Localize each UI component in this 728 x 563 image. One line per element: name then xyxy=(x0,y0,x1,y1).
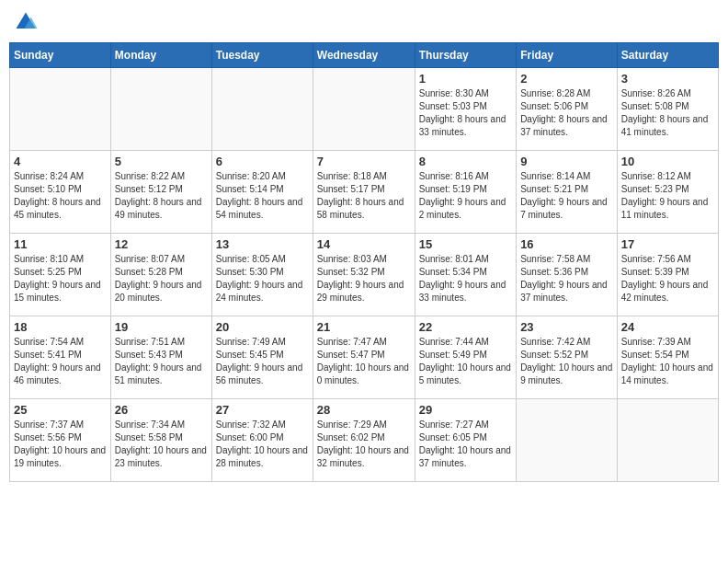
day-number: 26 xyxy=(115,403,208,417)
calendar-table: SundayMondayTuesdayWednesdayThursdayFrid… xyxy=(9,42,719,482)
day-number: 28 xyxy=(317,403,411,417)
calendar-cell: 27Sunrise: 7:32 AMSunset: 6:00 PMDayligh… xyxy=(211,399,313,482)
day-number: 10 xyxy=(621,155,714,168)
day-number: 3 xyxy=(621,72,714,86)
calendar-cell: 19Sunrise: 7:51 AMSunset: 5:43 PMDayligh… xyxy=(110,316,211,399)
day-info: Sunrise: 8:12 AMSunset: 5:23 PMDaylight:… xyxy=(621,170,714,222)
day-info: Sunrise: 7:39 AMSunset: 5:54 PMDaylight:… xyxy=(621,336,714,387)
calendar-week-row: 1Sunrise: 8:30 AMSunset: 5:03 PMDaylight… xyxy=(10,68,719,151)
calendar-cell: 28Sunrise: 7:29 AMSunset: 6:02 PMDayligh… xyxy=(313,399,415,482)
calendar-week-row: 25Sunrise: 7:37 AMSunset: 5:56 PMDayligh… xyxy=(10,399,719,482)
day-number: 5 xyxy=(115,155,208,168)
calendar-cell xyxy=(10,68,111,151)
weekday-header-wednesday: Wednesday xyxy=(313,43,415,68)
day-info: Sunrise: 7:51 AMSunset: 5:43 PMDaylight:… xyxy=(115,336,208,387)
day-number: 12 xyxy=(115,237,208,251)
day-info: Sunrise: 7:32 AMSunset: 6:00 PMDaylight:… xyxy=(216,419,309,470)
day-number: 25 xyxy=(14,403,107,417)
day-info: Sunrise: 8:10 AMSunset: 5:25 PMDaylight:… xyxy=(14,253,107,304)
calendar-cell xyxy=(211,68,313,151)
calendar-cell: 16Sunrise: 7:58 AMSunset: 5:36 PMDayligh… xyxy=(517,234,618,316)
day-number: 1 xyxy=(419,72,512,86)
day-number: 17 xyxy=(621,237,714,251)
calendar-cell: 15Sunrise: 8:01 AMSunset: 5:34 PMDayligh… xyxy=(415,234,516,316)
day-number: 16 xyxy=(520,237,613,251)
calendar-cell: 14Sunrise: 8:03 AMSunset: 5:32 PMDayligh… xyxy=(313,234,415,316)
day-number: 20 xyxy=(216,320,309,334)
calendar-cell: 26Sunrise: 7:34 AMSunset: 5:58 PMDayligh… xyxy=(110,399,211,482)
day-info: Sunrise: 8:28 AMSunset: 5:06 PMDaylight:… xyxy=(520,87,613,139)
day-info: Sunrise: 8:05 AMSunset: 5:30 PMDaylight:… xyxy=(216,253,309,304)
calendar-cell xyxy=(617,399,718,482)
day-info: Sunrise: 7:54 AMSunset: 5:41 PMDaylight:… xyxy=(14,336,107,387)
weekday-header-thursday: Thursday xyxy=(415,43,516,68)
day-info: Sunrise: 7:47 AMSunset: 5:47 PMDaylight:… xyxy=(317,336,411,387)
day-info: Sunrise: 8:22 AMSunset: 5:12 PMDaylight:… xyxy=(115,170,208,222)
day-number: 18 xyxy=(14,320,107,334)
weekday-header-saturday: Saturday xyxy=(617,43,718,68)
logo xyxy=(13,9,42,35)
day-info: Sunrise: 7:27 AMSunset: 6:05 PMDaylight:… xyxy=(419,419,512,470)
day-number: 24 xyxy=(621,320,714,334)
calendar-cell: 10Sunrise: 8:12 AMSunset: 5:23 PMDayligh… xyxy=(617,151,718,234)
calendar-cell: 9Sunrise: 8:14 AMSunset: 5:21 PMDaylight… xyxy=(517,151,618,234)
calendar-cell xyxy=(517,399,618,482)
calendar-cell xyxy=(110,68,211,151)
day-info: Sunrise: 8:14 AMSunset: 5:21 PMDaylight:… xyxy=(520,170,613,222)
day-number: 6 xyxy=(216,155,309,168)
calendar-cell: 4Sunrise: 8:24 AMSunset: 5:10 PMDaylight… xyxy=(10,151,111,234)
calendar-cell: 25Sunrise: 7:37 AMSunset: 5:56 PMDayligh… xyxy=(10,399,111,482)
calendar-cell: 3Sunrise: 8:26 AMSunset: 5:08 PMDaylight… xyxy=(617,68,718,151)
day-number: 7 xyxy=(317,155,411,168)
day-number: 15 xyxy=(419,237,512,251)
day-info: Sunrise: 7:44 AMSunset: 5:49 PMDaylight:… xyxy=(419,336,512,387)
calendar-cell: 13Sunrise: 8:05 AMSunset: 5:30 PMDayligh… xyxy=(211,234,313,316)
day-number: 27 xyxy=(216,403,309,417)
day-info: Sunrise: 8:26 AMSunset: 5:08 PMDaylight:… xyxy=(621,87,714,139)
calendar-cell: 22Sunrise: 7:44 AMSunset: 5:49 PMDayligh… xyxy=(415,316,516,399)
weekday-header-tuesday: Tuesday xyxy=(211,43,313,68)
calendar-cell: 6Sunrise: 8:20 AMSunset: 5:14 PMDaylight… xyxy=(211,151,313,234)
calendar-cell: 1Sunrise: 8:30 AMSunset: 5:03 PMDaylight… xyxy=(415,68,516,151)
day-number: 4 xyxy=(14,155,107,168)
day-info: Sunrise: 8:07 AMSunset: 5:28 PMDaylight:… xyxy=(115,253,208,304)
day-info: Sunrise: 7:37 AMSunset: 5:56 PMDaylight:… xyxy=(14,419,107,470)
day-info: Sunrise: 8:20 AMSunset: 5:14 PMDaylight:… xyxy=(216,170,309,222)
day-info: Sunrise: 7:56 AMSunset: 5:39 PMDaylight:… xyxy=(621,253,714,304)
day-number: 8 xyxy=(419,155,512,168)
calendar-cell xyxy=(313,68,415,151)
weekday-header-sunday: Sunday xyxy=(10,43,111,68)
day-info: Sunrise: 7:42 AMSunset: 5:52 PMDaylight:… xyxy=(520,336,613,387)
day-number: 22 xyxy=(419,320,512,334)
weekday-header-monday: Monday xyxy=(110,43,211,68)
day-number: 19 xyxy=(115,320,208,334)
day-info: Sunrise: 8:03 AMSunset: 5:32 PMDaylight:… xyxy=(317,253,411,304)
day-number: 23 xyxy=(520,320,613,334)
calendar-week-row: 4Sunrise: 8:24 AMSunset: 5:10 PMDaylight… xyxy=(10,151,719,234)
day-number: 11 xyxy=(14,237,107,251)
weekday-header-row: SundayMondayTuesdayWednesdayThursdayFrid… xyxy=(10,43,719,68)
calendar-cell: 8Sunrise: 8:16 AMSunset: 5:19 PMDaylight… xyxy=(415,151,516,234)
day-info: Sunrise: 8:30 AMSunset: 5:03 PMDaylight:… xyxy=(419,87,512,139)
day-info: Sunrise: 8:24 AMSunset: 5:10 PMDaylight:… xyxy=(14,170,107,222)
calendar-cell: 12Sunrise: 8:07 AMSunset: 5:28 PMDayligh… xyxy=(110,234,211,316)
day-info: Sunrise: 7:34 AMSunset: 5:58 PMDaylight:… xyxy=(115,419,208,470)
day-info: Sunrise: 7:29 AMSunset: 6:02 PMDaylight:… xyxy=(317,419,411,470)
calendar-cell: 23Sunrise: 7:42 AMSunset: 5:52 PMDayligh… xyxy=(517,316,618,399)
calendar-cell: 17Sunrise: 7:56 AMSunset: 5:39 PMDayligh… xyxy=(617,234,718,316)
calendar-week-row: 18Sunrise: 7:54 AMSunset: 5:41 PMDayligh… xyxy=(10,316,719,399)
day-number: 2 xyxy=(520,72,613,86)
calendar-cell: 11Sunrise: 8:10 AMSunset: 5:25 PMDayligh… xyxy=(10,234,111,316)
day-info: Sunrise: 8:16 AMSunset: 5:19 PMDaylight:… xyxy=(419,170,512,222)
calendar-cell: 29Sunrise: 7:27 AMSunset: 6:05 PMDayligh… xyxy=(415,399,516,482)
calendar-cell: 24Sunrise: 7:39 AMSunset: 5:54 PMDayligh… xyxy=(617,316,718,399)
weekday-header-friday: Friday xyxy=(517,43,618,68)
day-number: 14 xyxy=(317,237,411,251)
day-number: 13 xyxy=(216,237,309,251)
day-number: 9 xyxy=(520,155,613,168)
calendar-cell: 7Sunrise: 8:18 AMSunset: 5:17 PMDaylight… xyxy=(313,151,415,234)
calendar-cell: 20Sunrise: 7:49 AMSunset: 5:45 PMDayligh… xyxy=(211,316,313,399)
day-info: Sunrise: 8:01 AMSunset: 5:34 PMDaylight:… xyxy=(419,253,512,304)
day-info: Sunrise: 8:18 AMSunset: 5:17 PMDaylight:… xyxy=(317,170,411,222)
calendar-cell: 5Sunrise: 8:22 AMSunset: 5:12 PMDaylight… xyxy=(110,151,211,234)
